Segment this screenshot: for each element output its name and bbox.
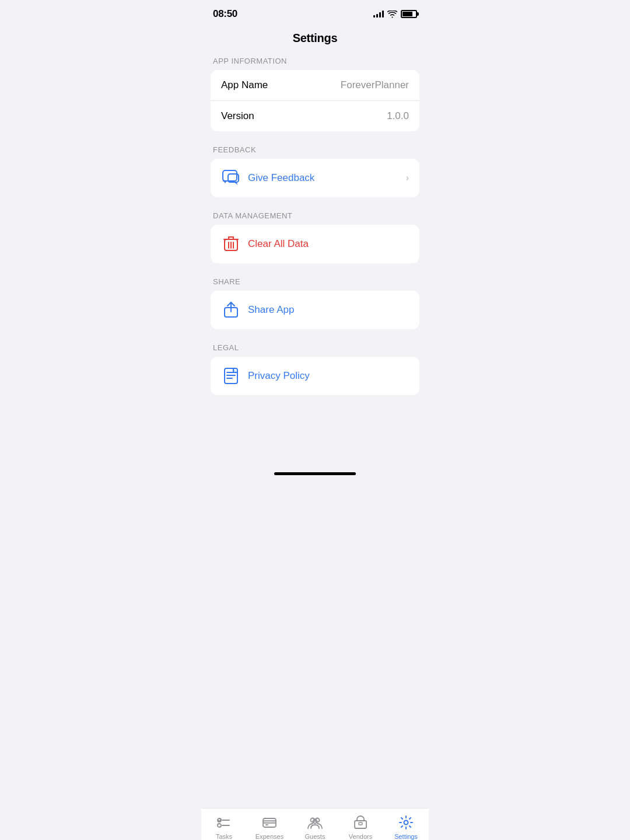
battery-icon xyxy=(401,10,417,18)
guests-icon xyxy=(307,814,323,831)
tab-bar: Tasks Expenses Guests xyxy=(201,808,429,840)
status-icons xyxy=(373,10,417,18)
row-app-name: App Name ForeverPlanner xyxy=(211,70,419,101)
section-label-data-management: DATA MANAGEMENT xyxy=(201,211,429,225)
card-app-information: App Name ForeverPlanner Version 1.0.0 xyxy=(211,70,419,131)
app-name-value: ForeverPlanner xyxy=(341,79,409,91)
row-privacy-policy[interactable]: Privacy Policy xyxy=(211,357,419,395)
tab-guests-label: Guests xyxy=(305,833,326,840)
status-time: 08:50 xyxy=(213,8,237,20)
card-share: Share App xyxy=(211,291,419,329)
tasks-icon xyxy=(216,814,232,831)
tab-guests[interactable]: Guests xyxy=(298,814,332,840)
row-share-app[interactable]: Share App xyxy=(211,291,419,329)
settings-icon xyxy=(398,814,414,831)
home-indicator xyxy=(274,472,356,475)
give-feedback-label: Give Feedback xyxy=(248,172,406,184)
tab-settings[interactable]: Settings xyxy=(388,814,424,840)
vendors-icon xyxy=(352,814,369,831)
feedback-icon xyxy=(221,168,241,188)
svg-rect-29 xyxy=(359,822,362,825)
svg-rect-0 xyxy=(223,170,237,181)
card-feedback: Give Feedback › xyxy=(211,159,419,197)
card-legal: Privacy Policy xyxy=(211,357,419,395)
expenses-icon xyxy=(261,814,278,831)
row-give-feedback[interactable]: Give Feedback › xyxy=(211,159,419,197)
svg-point-30 xyxy=(404,821,408,825)
content-area: APP INFORMATION App Name ForeverPlanner … xyxy=(201,57,429,468)
svg-rect-24 xyxy=(265,824,268,825)
tab-tasks-label: Tasks xyxy=(216,833,232,840)
share-icon xyxy=(221,300,241,320)
tab-vendors[interactable]: Vendors xyxy=(343,814,378,840)
version-value: 1.0.0 xyxy=(387,110,409,122)
status-bar: 08:50 xyxy=(201,0,429,25)
tab-settings-label: Settings xyxy=(394,833,418,840)
section-label-app-information: APP INFORMATION xyxy=(201,57,429,70)
wifi-icon xyxy=(387,11,397,18)
tab-expenses[interactable]: Expenses xyxy=(252,814,287,840)
svg-point-17 xyxy=(218,824,221,827)
clear-all-data-label: Clear All Data xyxy=(248,238,409,250)
section-label-legal: LEGAL xyxy=(201,343,429,357)
tab-vendors-label: Vendors xyxy=(349,833,372,840)
signal-icon xyxy=(373,11,384,18)
document-icon xyxy=(221,366,241,386)
card-data-management: Clear All Data xyxy=(211,225,419,263)
page-title: Settings xyxy=(201,25,429,57)
app-name-label: App Name xyxy=(221,79,268,91)
trash-icon xyxy=(221,234,241,254)
share-app-label: Share App xyxy=(248,304,409,316)
chevron-right-feedback: › xyxy=(406,173,409,183)
row-version: Version 1.0.0 xyxy=(211,101,419,131)
row-clear-all-data[interactable]: Clear All Data xyxy=(211,225,419,263)
tab-tasks[interactable]: Tasks xyxy=(206,814,242,840)
privacy-policy-label: Privacy Policy xyxy=(248,370,409,382)
section-label-share: SHARE xyxy=(201,277,429,291)
version-label: Version xyxy=(221,110,254,122)
tab-expenses-label: Expenses xyxy=(256,833,284,840)
section-label-feedback: FEEDBACK xyxy=(201,145,429,159)
